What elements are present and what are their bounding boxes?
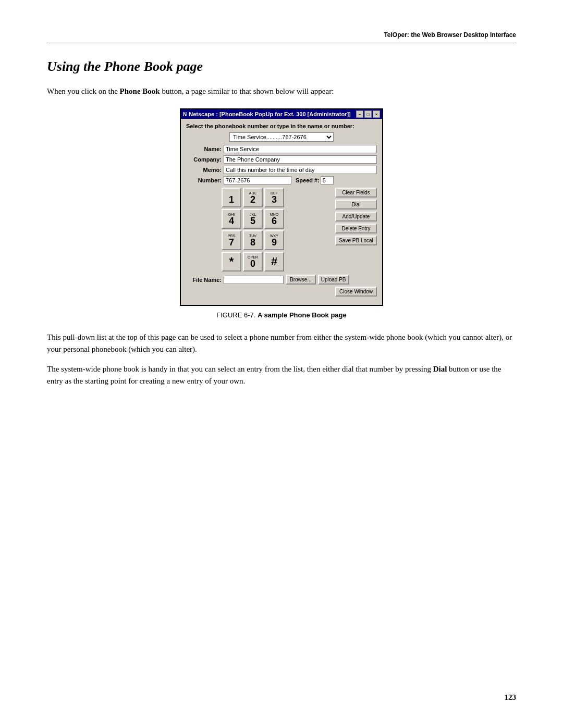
figure-caption-bold: A sample Phone Book page (258, 311, 347, 319)
window-titlebar: N Netscape : [PhoneBook PopUp for Ext. 3… (181, 109, 382, 119)
key-6[interactable]: MNO 6 (264, 209, 284, 229)
delete-entry-button[interactable]: Delete Entry (335, 224, 377, 233)
minimize-button[interactable]: − (356, 110, 363, 118)
netscape-icon: N (183, 112, 187, 117)
memo-input[interactable] (224, 166, 377, 174)
clear-fields-button[interactable]: Clear Fields (335, 188, 377, 198)
file-name-label: File Name: (186, 277, 222, 283)
key-hash[interactable]: # (264, 252, 284, 272)
instruction-text: Select the phonebook number or type in t… (186, 123, 377, 129)
figure-caption-text: FIGURE 6-7. A sample Phone Book page (216, 311, 346, 319)
company-row: Company: (186, 155, 377, 164)
intro-bold: Phone Book (120, 87, 160, 95)
dial-button[interactable]: Dial (335, 200, 377, 209)
name-input[interactable] (224, 145, 377, 153)
window-controls[interactable]: − □ × (356, 110, 380, 118)
close-window-button[interactable]: Close Window (335, 287, 377, 297)
key-1[interactable]: 1 (222, 188, 241, 207)
speed-label: Speed #: (296, 177, 320, 183)
close-button[interactable]: × (373, 110, 380, 118)
speed-input[interactable] (321, 176, 334, 184)
key-star[interactable]: * (222, 252, 241, 272)
p2-before: The system-wide phone book is handy in t… (47, 365, 433, 373)
upload-pb-button[interactable]: Upload PB (318, 275, 349, 285)
name-row: Name: (186, 145, 377, 153)
company-label: Company: (186, 156, 222, 163)
key-3[interactable]: DEF 3 (264, 188, 284, 207)
window-title: Netscape : [PhoneBook PopUp for Ext. 300… (189, 111, 350, 117)
body-paragraph-2: The system-wide phone book is handy in t… (47, 363, 516, 387)
number-label: Number: (186, 177, 222, 183)
memo-row: Memo: (186, 166, 377, 174)
window-body: Select the phonebook number or type in t… (181, 119, 382, 305)
key-7[interactable]: PRS 7 (222, 230, 241, 250)
key-8[interactable]: TUV 8 (243, 230, 263, 250)
phonebook-window: N Netscape : [PhoneBook PopUp for Ext. 3… (180, 108, 383, 306)
main-content-area: 1 ABC 2 DEF 3 GHI 4 (186, 188, 377, 272)
figure-caption: FIGURE 6-7. A sample Phone Book page (47, 311, 516, 319)
intro-paragraph: When you click on the Phone Book button,… (47, 87, 516, 96)
dropdown-row: Time Service..........767-2676 (186, 132, 377, 142)
number-input[interactable] (224, 176, 291, 184)
phonebook-dropdown[interactable]: Time Service..........767-2676 (229, 132, 334, 142)
key-4[interactable]: GHI 4 (222, 209, 241, 229)
key-5[interactable]: JKL 5 (243, 209, 263, 229)
name-label: Name: (186, 146, 222, 152)
page-header: TelOper: the Web Browser Desktop Interfa… (47, 31, 516, 43)
file-name-input[interactable] (224, 276, 284, 284)
save-pb-local-button[interactable]: Save PB Local (335, 236, 377, 245)
p2-bold: Dial (433, 365, 447, 373)
close-row: Close Window (186, 287, 377, 297)
key-9[interactable]: WXY 9 (264, 230, 284, 250)
add-update-button[interactable]: Add/Update (335, 212, 377, 221)
keypad: 1 ABC 2 DEF 3 GHI 4 (222, 188, 332, 272)
right-buttons: Clear Fields Dial Add/Update Delete Entr… (335, 188, 377, 272)
maximize-button[interactable]: □ (364, 110, 372, 118)
header-title: TelOper: the Web Browser Desktop Interfa… (384, 31, 516, 39)
intro-after: button, a page similar to that shown bel… (160, 87, 334, 95)
memo-label: Memo: (186, 167, 222, 173)
body-paragraph-1: This pull-down list at the top of this p… (47, 331, 516, 355)
left-panel: 1 ABC 2 DEF 3 GHI 4 (186, 188, 332, 272)
file-name-row: File Name: Browse... Upload PB (186, 275, 377, 285)
key-2[interactable]: ABC 2 (243, 188, 263, 207)
number-speed-row: Number: Speed #: (186, 176, 377, 184)
chapter-title: Using the Phone Book page (47, 59, 516, 75)
browse-button[interactable]: Browse... (286, 275, 316, 285)
window-title-area: N Netscape : [PhoneBook PopUp for Ext. 3… (183, 111, 351, 117)
company-input[interactable] (224, 155, 377, 164)
intro-before: When you click on the (47, 87, 120, 95)
page-number: 123 (505, 693, 517, 702)
key-0[interactable]: OPER 0 (243, 252, 263, 272)
